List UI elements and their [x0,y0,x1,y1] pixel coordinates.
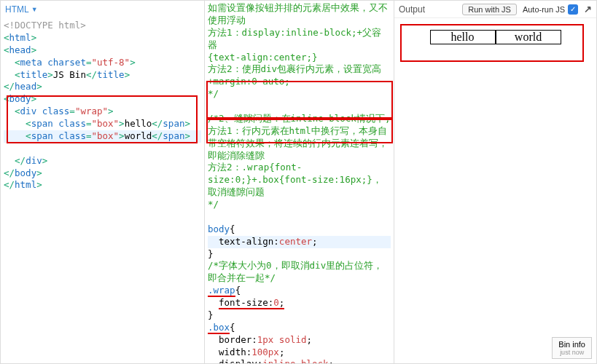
wrap-preview: helloworld [402,30,589,44]
bin-info-title: Bin info [558,340,585,349]
popout-icon[interactable]: ↗ [584,4,592,15]
run-button[interactable]: Run with JS [462,4,517,15]
check-icon: ✓ [568,4,578,15]
css-panel: 如需设置像按钮并排的元素居中效果，又不使用浮动 方法1：display:inli… [205,1,394,363]
html-code-editor[interactable]: <!DOCTYPE html> <html> <head> <meta char… [1,18,204,194]
bin-info-subtitle: just now [558,349,585,356]
output-tab-label: Output [399,4,425,15]
output-panel: Output Run with JS Auto-run JS ✓ ↗ hello… [394,1,596,363]
chevron-down-icon: ▼ [31,6,38,13]
css-code-editor[interactable]: 如需设置像按钮并排的元素居中效果，又不使用浮动 方法1：display:inli… [205,1,394,363]
html-tab[interactable]: HTML ▼ [5,4,38,15]
box-hello: hello [430,30,496,44]
autorun-label: Auto-run JS [523,5,565,14]
html-panel: HTML ▼ <!DOCTYPE html> <html> <head> <me… [1,1,205,363]
html-tab-label: HTML [5,4,29,15]
autorun-toggle[interactable]: Auto-run JS ✓ [523,4,578,15]
output-stage: helloworld Bin info just now [394,18,596,363]
bin-info-button[interactable]: Bin info just now [552,337,592,359]
box-world: world [496,30,561,44]
